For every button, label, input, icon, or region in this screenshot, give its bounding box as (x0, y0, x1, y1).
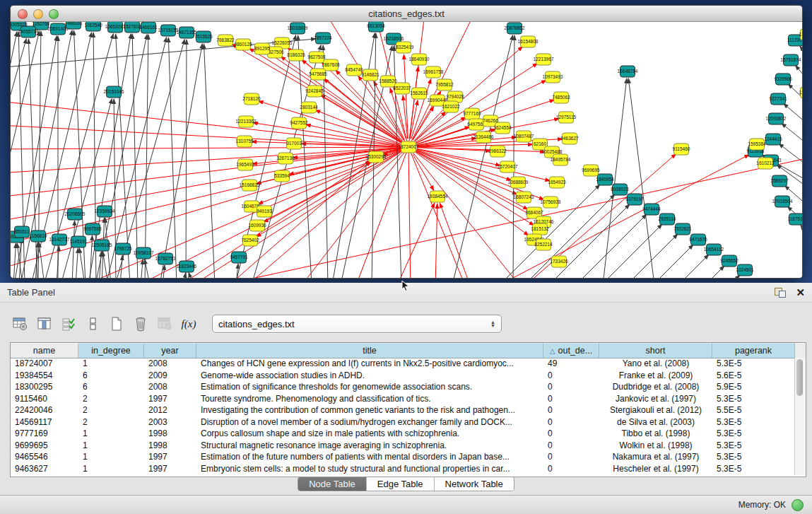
graph-node[interactable]: 16033809 (288, 23, 308, 34)
column-header-in_degree[interactable]: in_degree (78, 343, 144, 358)
new-table-button[interactable] (106, 314, 127, 334)
graph-node[interactable]: 2803144 (300, 102, 318, 113)
graph-node[interactable]: 21364486 (473, 132, 494, 143)
graph-node[interactable]: 11823446 (177, 261, 197, 272)
graph-node[interactable]: 16648784 (618, 66, 638, 77)
graph-node[interactable]: 7615526 (194, 31, 213, 42)
graph-node[interactable]: 2718120 (242, 93, 261, 105)
graph-node[interactable]: 16961758 (423, 66, 444, 78)
graph-node[interactable]: 20153346 (104, 86, 124, 98)
graph-node[interactable]: 2986322 (488, 146, 507, 157)
float-panel-icon[interactable] (775, 288, 786, 298)
tab-node-table[interactable]: Node Table (298, 477, 367, 491)
graph-node[interactable]: 1167533 (788, 214, 802, 225)
graph-node[interactable]: 16807243 (514, 192, 534, 203)
graph-node[interactable]: 25300295 (366, 151, 387, 163)
graph-node[interactable]: 1145191 (70, 236, 88, 247)
graph-node[interactable]: 17359924 (95, 206, 115, 217)
table-row[interactable]: 2242004622012Investigating the contribut… (11, 404, 795, 416)
graph-node[interactable]: 18325419 (394, 42, 414, 53)
graph-node[interactable]: 5475685 (309, 69, 327, 80)
table-row[interactable]: 1872400712008Changes of HCN gene express… (11, 358, 795, 370)
graph-node[interactable]: 15720407 (498, 161, 518, 173)
graph-node[interactable]: 10807487 (514, 131, 534, 142)
table-row[interactable]: 1938455462009Genome-wide association stu… (11, 370, 795, 382)
graph-node[interactable]: 1965493 (236, 159, 254, 170)
network-canvas[interactable]: 1872400710053231152760140557142069140674… (11, 22, 802, 278)
graph-node[interactable]: 7466161 (64, 22, 83, 29)
graph-node[interactable]: 949193 (257, 206, 272, 217)
graph-node[interactable]: 9474444 (642, 204, 661, 215)
column-header-year[interactable]: year (144, 343, 196, 358)
graph-node[interactable]: 1733426 (550, 256, 568, 267)
scrollbar-thumb[interactable] (796, 359, 803, 396)
graph-node[interactable]: 1310755 (235, 136, 254, 147)
tab-edge-table[interactable]: Edge Table (367, 477, 435, 491)
graph-node[interactable]: 2935114 (659, 214, 676, 225)
zoom-window-button[interactable] (49, 9, 59, 19)
tab-network-table[interactable]: Network Table (435, 477, 514, 491)
graph-node[interactable]: 3624554 (493, 122, 512, 134)
graph-node[interactable]: 19384554 (428, 191, 448, 202)
table-row[interactable]: 977716911998Corpus callosum shape and si… (11, 428, 795, 440)
graph-node[interactable]: 9227341 (769, 93, 787, 105)
graph-node[interactable]: 12093872 (766, 113, 787, 124)
graph-node[interactable]: 1527602 (123, 22, 141, 33)
column-header-out_de[interactable]: △out_de... (543, 343, 599, 358)
graph-node[interactable]: 18640910 (409, 54, 430, 65)
table-row[interactable]: 969969511998Structural magnetic resonanc… (11, 440, 795, 452)
graph-node[interactable]: 12505185 (92, 240, 112, 251)
graph-node[interactable]: 1609936 (248, 220, 266, 231)
graph-node[interactable]: 1795725 (114, 243, 132, 255)
graph-node[interactable]: 850511 (14, 226, 30, 238)
column-header-short[interactable]: short (599, 343, 712, 358)
import-table-button[interactable] (154, 314, 175, 334)
graph-node[interactable]: 13142737 (49, 234, 70, 245)
table-row[interactable]: 1456911722003Disruption of a novel membe… (11, 416, 795, 428)
graph-node[interactable]: 9242845 (305, 86, 324, 97)
graph-node[interactable]: 6379197 (625, 194, 644, 205)
network-table-selector[interactable]: citations_edges.txt ▲▼ (212, 315, 502, 333)
graph-node[interactable]: 1815132 (531, 223, 549, 235)
network-view-window[interactable]: citations_edges.txt 18724007100532311527… (10, 5, 803, 279)
graph-node[interactable]: 533594 (274, 170, 290, 182)
graph-node[interactable]: 10756928 (541, 197, 561, 208)
close-window-button[interactable] (18, 9, 28, 19)
graph-node[interactable]: 1062540 (84, 22, 102, 31)
graph-node[interactable]: 9427552 (290, 117, 308, 129)
graph-node[interactable]: 9146821 (361, 69, 379, 81)
graph-node[interactable]: 1562615 (410, 88, 428, 99)
graph-node[interactable]: 1840954 (596, 174, 614, 185)
graph-node[interactable]: 1156819 (30, 230, 47, 242)
graph-node[interactable]: 16154808 (518, 36, 539, 47)
function-builder-button[interactable]: f(x) (178, 314, 199, 334)
graph-node[interactable]: 7857224 (314, 33, 332, 44)
graph-node[interactable]: 10973493 (543, 71, 563, 83)
graph-node[interactable]: 20876862 (505, 23, 525, 34)
window-titlebar[interactable]: citations_edges.txt (11, 6, 802, 22)
graph-node[interactable]: 9777169 (463, 108, 481, 119)
graph-node[interactable]: 8938923 (611, 184, 629, 195)
graph-node[interactable]: 16782753 (155, 253, 176, 264)
graph-node[interactable]: 14055714 (18, 26, 39, 37)
table-row[interactable]: 1830029562008Estimation of significance … (11, 381, 795, 393)
graph-node[interactable]: 1024501 (736, 264, 754, 276)
graph-node[interactable]: 1595384 (748, 139, 766, 150)
graph-node[interactable]: 1621022 (442, 101, 460, 112)
row-height-button[interactable] (82, 314, 103, 334)
table-row[interactable]: 946362711997Embryonic stem cells: a mode… (11, 463, 795, 475)
graph-node[interactable]: 9860128 (234, 39, 252, 50)
graph-node[interactable]: 18724007 (399, 141, 419, 153)
close-panel-icon[interactable]: ✕ (796, 288, 805, 298)
graph-node[interactable]: 8252214 (534, 239, 553, 250)
graph-node[interactable]: 8186328 (287, 49, 305, 61)
delete-table-button[interactable] (130, 314, 151, 334)
graph-node[interactable]: 8522037 (393, 83, 411, 94)
graph-node[interactable]: 9245652 (720, 255, 739, 267)
graph-node[interactable]: 20206505 (65, 209, 86, 220)
table-row[interactable]: 911546021997Tourette syndrome. Phenomeno… (11, 393, 795, 405)
show-columns-button[interactable] (34, 314, 55, 334)
graph-node[interactable]: 9097588 (83, 223, 102, 235)
column-header-name[interactable]: name (11, 343, 78, 358)
graph-node[interactable]: 9699695 (582, 165, 600, 176)
